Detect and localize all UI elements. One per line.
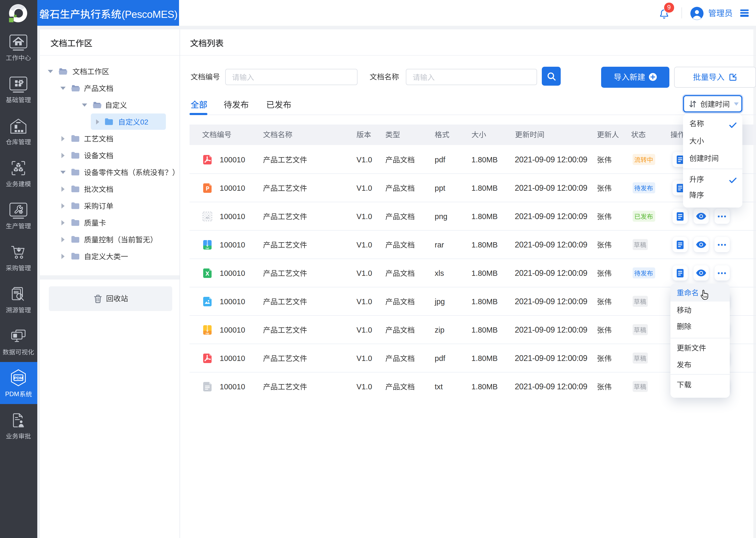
svg-text:PDM: PDM: [14, 376, 23, 380]
svg-text:zip: zip: [205, 332, 209, 334]
svg-text:rar: rar: [206, 246, 209, 249]
